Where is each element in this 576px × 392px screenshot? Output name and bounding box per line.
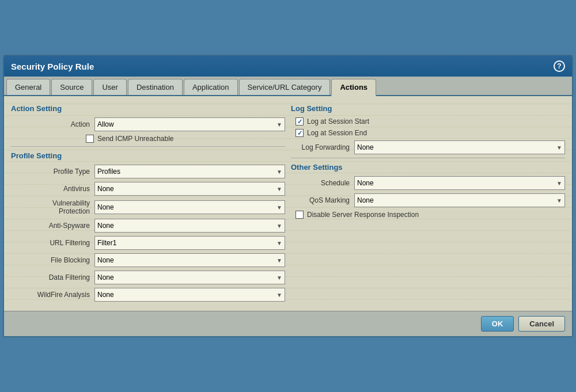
left-column: Action Setting Action Allow ▼ Send ICMP … <box>11 102 285 305</box>
data-filtering-row: Data Filtering None ▼ <box>11 271 285 284</box>
tab-general[interactable]: General <box>6 79 50 95</box>
tab-destination[interactable]: Destination <box>128 79 183 95</box>
log-session-start-label: Log at Session Start <box>307 117 369 125</box>
cancel-button[interactable]: Cancel <box>518 316 565 332</box>
url-filtering-dropdown[interactable]: Filter1 ▼ <box>94 236 285 250</box>
vuln-row: Vulnerability Protection None ▼ <box>11 199 285 215</box>
log-session-end-label: Log at Session End <box>307 129 367 137</box>
url-filtering-label: URL Filtering <box>11 239 94 247</box>
wildfire-label: WildFire Analysis <box>11 291 94 299</box>
data-filtering-dropdown[interactable]: None ▼ <box>94 271 285 284</box>
action-dropdown-arrow: ▼ <box>276 121 282 128</box>
action-dropdown[interactable]: Allow ▼ <box>94 117 285 131</box>
send-icmp-checkbox[interactable] <box>86 135 94 143</box>
ok-button[interactable]: OK <box>481 316 514 332</box>
file-blocking-arrow: ▼ <box>276 257 282 264</box>
schedule-dropdown[interactable]: None ▼ <box>354 176 565 190</box>
disable-server-label: Disable Server Response Inspection <box>307 211 419 219</box>
log-session-end-row: Log at Session End <box>291 129 565 137</box>
anti-spyware-value: None <box>97 222 114 230</box>
log-forwarding-value: None <box>357 143 374 151</box>
tab-content: Action Setting Action Allow ▼ Send ICMP … <box>4 96 572 311</box>
wildfire-row: WildFire Analysis None ▼ <box>11 288 285 302</box>
log-session-end-checkbox[interactable] <box>295 129 304 137</box>
dialog-footer: OK Cancel <box>4 311 572 336</box>
tab-user[interactable]: User <box>93 79 126 95</box>
data-filtering-value: None <box>97 273 114 281</box>
url-filtering-row: URL Filtering Filter1 ▼ <box>11 236 285 250</box>
tab-bar: General Source User Destination Applicat… <box>4 77 572 96</box>
schedule-label: Schedule <box>291 179 354 187</box>
wildfire-dropdown[interactable]: None ▼ <box>94 288 285 302</box>
wildfire-value: None <box>97 291 114 299</box>
data-filtering-label: Data Filtering <box>11 273 94 281</box>
antivirus-arrow: ▼ <box>276 186 282 192</box>
help-icon[interactable]: ? <box>554 60 565 72</box>
tab-service-url[interactable]: Service/URL Category <box>239 79 331 95</box>
log-forwarding-label: Log Forwarding <box>291 143 354 151</box>
disable-server-checkbox[interactable] <box>295 211 304 219</box>
schedule-arrow: ▼ <box>556 180 562 187</box>
right-column: Log Setting Log at Session Start Log at … <box>291 102 565 305</box>
other-settings-title: Other Settings <box>291 163 565 172</box>
qos-dropdown[interactable]: None ▼ <box>354 193 565 207</box>
divider-2 <box>291 158 565 158</box>
dialog-title: Security Policy Rule <box>11 62 94 71</box>
tab-actions[interactable]: Actions <box>331 79 376 96</box>
send-icmp-label: Send ICMP Unreachable <box>97 135 174 143</box>
send-icmp-row: Send ICMP Unreachable <box>11 135 285 143</box>
profile-type-label: Profile Type <box>11 168 94 176</box>
qos-arrow: ▼ <box>556 197 562 204</box>
action-label: Action <box>11 120 94 128</box>
log-forwarding-row: Log Forwarding None ▼ <box>291 140 565 154</box>
vuln-value: None <box>97 203 114 211</box>
vuln-label: Vulnerability Protection <box>11 199 94 215</box>
action-value: Allow <box>97 120 114 128</box>
wildfire-arrow: ▼ <box>276 292 282 298</box>
file-blocking-dropdown[interactable]: None ▼ <box>94 253 285 267</box>
log-session-start-row: Log at Session Start <box>291 117 565 125</box>
antivirus-label: Antivirus <box>11 185 94 193</box>
dialog-title-bar: Security Policy Rule ? <box>4 56 572 77</box>
log-forwarding-dropdown[interactable]: None ▼ <box>354 140 565 154</box>
log-setting-title: Log Setting <box>291 104 565 113</box>
file-blocking-label: File Blocking <box>11 256 94 264</box>
main-columns: Action Setting Action Allow ▼ Send ICMP … <box>11 102 565 305</box>
vuln-arrow: ▼ <box>276 204 282 211</box>
file-blocking-row: File Blocking None ▼ <box>11 253 285 267</box>
antivirus-value: None <box>97 185 114 193</box>
anti-spyware-label: Anti-Spyware <box>11 222 94 230</box>
url-filtering-value: Filter1 <box>97 239 116 247</box>
schedule-value: None <box>357 179 374 187</box>
url-filtering-arrow: ▼ <box>276 240 282 246</box>
profile-type-dropdown[interactable]: Profiles ▼ <box>94 165 285 178</box>
antivirus-row: Antivirus None ▼ <box>11 182 285 196</box>
action-row: Action Allow ▼ <box>11 117 285 131</box>
antivirus-dropdown[interactable]: None ▼ <box>94 182 285 196</box>
qos-value: None <box>357 196 374 204</box>
profile-type-value: Profiles <box>97 168 120 176</box>
divider-1 <box>11 146 285 147</box>
anti-spyware-dropdown[interactable]: None ▼ <box>94 219 285 233</box>
qos-row: QoS Marking None ▼ <box>291 193 565 207</box>
data-filtering-arrow: ▼ <box>276 275 282 281</box>
tab-source[interactable]: Source <box>51 79 92 95</box>
log-session-start-checkbox[interactable] <box>295 117 304 125</box>
profile-setting-title: Profile Setting <box>11 151 285 160</box>
vuln-dropdown[interactable]: None ▼ <box>94 200 285 214</box>
schedule-row: Schedule None ▼ <box>291 176 565 190</box>
anti-spyware-arrow: ▼ <box>276 223 282 229</box>
disable-server-row: Disable Server Response Inspection <box>291 211 565 219</box>
profile-type-arrow: ▼ <box>276 169 282 175</box>
security-policy-dialog: Security Policy Rule ? General Source Us… <box>3 55 573 337</box>
file-blocking-value: None <box>97 256 114 264</box>
qos-label: QoS Marking <box>291 196 354 204</box>
anti-spyware-row: Anti-Spyware None ▼ <box>11 219 285 233</box>
profile-type-row: Profile Type Profiles ▼ <box>11 165 285 178</box>
action-setting-title: Action Setting <box>11 104 285 113</box>
tab-application[interactable]: Application <box>184 79 238 95</box>
log-forwarding-arrow: ▼ <box>556 144 562 151</box>
